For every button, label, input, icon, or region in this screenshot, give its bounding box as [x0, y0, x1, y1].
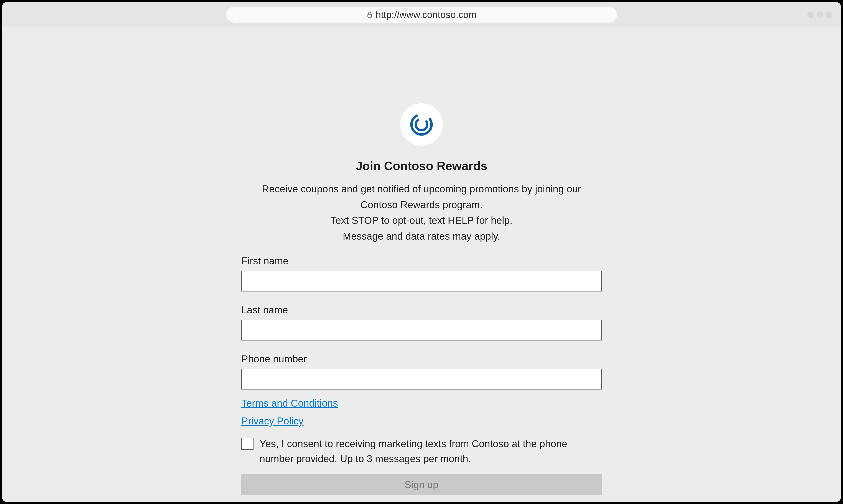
terms-and-conditions-link[interactable]: Terms and Conditions [241, 397, 338, 409]
window-control-dot[interactable] [826, 12, 832, 18]
signup-form: First name Last name Phone number Terms … [241, 255, 602, 495]
svg-rect-0 [368, 14, 372, 17]
logo [400, 103, 443, 146]
url-text: http://www.contoso.com [376, 9, 477, 20]
description-line: Message and data rates may apply. [246, 228, 597, 244]
description-line: Text STOP to opt-out, text HELP for help… [246, 213, 597, 228]
description-line: Receive coupons and get notified of upco… [246, 181, 597, 213]
page-title: Join Contoso Rewards [356, 159, 487, 173]
first-name-label: First name [241, 255, 289, 267]
address-bar[interactable]: http://www.contoso.com [226, 7, 617, 22]
browser-window: http://www.contoso.com Join Contoso Rewa… [2, 2, 841, 502]
last-name-input[interactable] [241, 320, 602, 341]
browser-toolbar: http://www.contoso.com [2, 2, 841, 27]
first-name-input[interactable] [241, 271, 602, 291]
lock-icon [366, 11, 373, 18]
window-control-dot[interactable] [807, 12, 814, 18]
consent-text: Yes, I consent to receiving marketing te… [260, 436, 602, 466]
window-control-dot[interactable] [816, 12, 823, 18]
phone-number-input[interactable] [241, 369, 602, 390]
contoso-logo-icon [410, 112, 433, 137]
window-controls [807, 12, 832, 18]
content-area: Join Contoso Rewards Receive coupons and… [2, 27, 841, 502]
last-name-label: Last name [241, 304, 288, 316]
svg-point-2 [413, 116, 430, 132]
svg-point-1 [410, 112, 433, 137]
sign-up-button[interactable]: Sign up [241, 474, 602, 495]
consent-checkbox[interactable] [241, 438, 254, 450]
phone-number-label: Phone number [241, 353, 307, 365]
form-container: Join Contoso Rewards Receive coupons and… [241, 103, 602, 502]
consent-row: Yes, I consent to receiving marketing te… [241, 436, 602, 466]
privacy-policy-link[interactable]: Privacy Policy [241, 415, 304, 427]
page-description: Receive coupons and get notified of upco… [246, 181, 597, 244]
